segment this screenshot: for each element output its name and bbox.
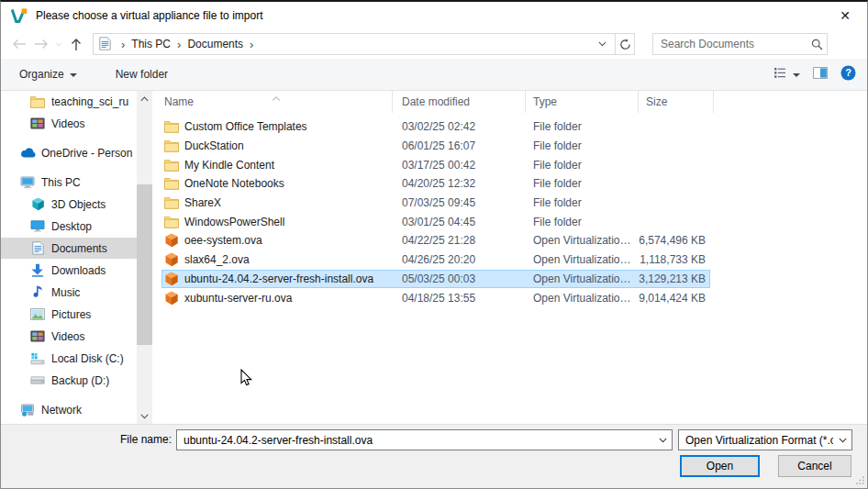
refresh-button[interactable] [616,33,635,55]
file-name-cell: slax64_2.ova [161,252,393,267]
search-icon[interactable] [807,39,827,50]
file-name-cell: ShareX [161,195,393,210]
details-view-icon [773,67,786,82]
file-name-cell: oee-system.ova [161,233,393,248]
file-row[interactable]: WindowsPowerShell03/01/25 04:45File fold… [161,212,710,231]
ova-file-icon [164,272,179,286]
file-row[interactable]: My Kindle Content03/17/25 00:42File fold… [161,155,710,174]
file-name-label: OneNote Notebooks [184,177,284,190]
file-name-input[interactable] [177,434,653,447]
disk-icon [29,376,46,384]
breadcrumb-item[interactable]: Documents [187,38,243,50]
column-header-label: Name [164,95,194,108]
file-row[interactable]: DuckStation06/01/25 16:07File folder [161,137,710,156]
sidebar-item-this-pc[interactable]: This PC [1,172,137,193]
sidebar-item-downloads[interactable]: Downloads [1,260,137,281]
sidebar-item-teaching-sci-ru[interactable]: teaching_sci_ru [1,91,137,112]
sidebar-item-local-disk-c[interactable]: Local Disk (C:) [1,348,137,369]
organize-button[interactable]: Organize [19,68,77,81]
cancel-button[interactable]: Cancel [778,455,851,477]
file-name-cell: OneNote Notebooks [161,176,393,191]
breadcrumb-chevron-icon: › [243,38,260,51]
file-row[interactable]: xubuntu-server-ru.ova04/18/25 13:55Open … [161,288,710,307]
date-modified-cell: 03/01/25 04:45 [393,216,526,228]
date-modified-cell: 04/22/25 21:28 [393,234,526,247]
dialog-footer: File name: Open Virtualization Format (*… [1,424,867,489]
search-input[interactable] [653,38,807,50]
sidebar-item-label: OneDrive - Person [41,147,132,160]
file-name-cell: ubuntu-24.04.2-server-fresh-install.ova [161,272,393,286]
type-cell: Open Virtualizatio… [526,253,639,266]
recent-locations-chevron-icon[interactable] [52,33,65,55]
ova-file-icon [164,252,179,267]
column-header-date-modified[interactable]: Date modified [393,91,526,113]
help-button[interactable]: ? [840,65,856,83]
sidebar-item-onedrive-person[interactable]: OneDrive - Person [1,142,137,163]
file-name-label: xubuntu-server-ru.ova [184,292,292,305]
ova-file-icon [164,291,179,306]
disk_windows-icon [29,352,46,365]
breadcrumb-item[interactable]: This PC [131,38,171,50]
sidebar-item-network[interactable]: Network [1,399,137,420]
breadcrumb: ›This PC›Documents› [115,38,260,51]
preview-pane-button[interactable] [813,67,828,82]
column-header-type[interactable]: Type [526,91,639,113]
sidebar-scrollbar[interactable] [137,91,152,424]
resize-grip[interactable] [855,475,865,488]
sidebar-item-backup-d[interactable]: Backup (D:) [1,370,137,391]
scrollbar-up-icon[interactable] [137,91,152,106]
file-dialog-window: Please choose a virtual appliance file t… [0,0,868,489]
scrollbar-thumb[interactable] [137,184,152,345]
address-bar[interactable]: ›This PC›Documents› [93,33,616,55]
folder-icon [164,158,179,172]
change-view-button[interactable] [773,67,800,82]
new-folder-button[interactable]: New folder [116,68,168,81]
breadcrumb-chevron-icon: › [115,38,131,51]
column-header-name[interactable]: Name [152,91,393,113]
back-button[interactable] [8,33,30,55]
file-row[interactable]: ShareX07/03/25 09:45File folder [161,194,710,213]
desktop-icon [29,220,46,232]
close-button[interactable]: ✕ [832,5,858,27]
svg-text:?: ? [845,67,851,78]
sidebar-item-3d-objects[interactable]: 3D Objects [1,194,137,215]
date-modified-cell: 04/20/25 12:32 [393,177,526,190]
size-cell: 1,118,733 KB [639,253,710,266]
sidebar-item-documents[interactable]: Documents [1,238,137,259]
file-row[interactable]: oee-system.ova04/22/25 21:28Open Virtual… [161,231,710,250]
file-name-label: ubuntu-24.04.2-server-fresh-install.ova [184,272,373,285]
file-row[interactable]: Custom Office Templates03/02/25 02:42Fil… [161,117,710,137]
music-icon [29,285,46,299]
sidebar-item-label: Local Disk (C:) [51,352,124,365]
sidebar-item-label: Documents [51,242,107,255]
sidebar-item-videos[interactable]: Videos [1,113,137,134]
folder-icon [164,215,179,229]
file-name-cell: xubuntu-server-ru.ova [161,291,393,306]
file-name-label: DuckStation [184,139,244,152]
column-headers: NameDate modifiedTypeSize [152,91,867,113]
sidebar-item-videos[interactable]: Videos [1,326,137,347]
size-cell: 9,014,424 KB [639,292,710,305]
file-row[interactable]: ubuntu-24.04.2-server-fresh-install.ova0… [161,270,710,289]
open-button[interactable]: Open [680,455,760,477]
file-name-label: ShareX [184,196,221,209]
folder-icon [164,195,179,210]
view-dropdown-caret-icon [793,73,800,77]
file-type-combobox[interactable]: Open Virtualization Format (*.o [678,429,852,450]
date-modified-cell: 06/01/25 16:07 [393,139,526,152]
column-header-size[interactable]: Size [639,91,714,113]
scrollbar-down-icon[interactable] [137,408,152,424]
size-cell: 6,574,496 KB [639,234,710,247]
forward-button[interactable] [30,33,52,55]
file-row[interactable]: OneNote Notebooks04/20/25 12:32File fold… [161,174,710,194]
sidebar-item-music[interactable]: Music [1,282,137,303]
cloud-icon [19,148,36,158]
sidebar-item-desktop[interactable]: Desktop [1,216,137,237]
new-folder-label: New folder [116,68,168,81]
sidebar-item-pictures[interactable]: Pictures [1,304,137,325]
address-dropdown-chevron-icon[interactable] [593,34,611,54]
computer-icon [19,176,36,189]
file-row[interactable]: slax64_2.ova04/26/25 20:20Open Virtualiz… [161,250,710,270]
up-button[interactable] [65,33,87,55]
file-name-dropdown-chevron-icon[interactable] [653,438,672,443]
